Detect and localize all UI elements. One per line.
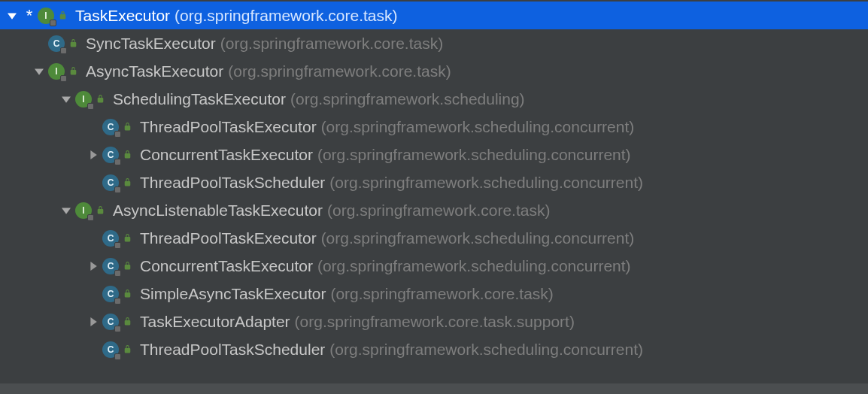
- subclass-overlay-icon: [114, 159, 121, 165]
- subclass-overlay-icon: [114, 326, 121, 332]
- svg-marker-4: [62, 208, 71, 214]
- lock-icon: [120, 233, 134, 243]
- chevron-down-icon[interactable]: [59, 95, 74, 104]
- type-letter: I: [82, 94, 84, 105]
- tree-row-thread-pool-task-scheduler-1[interactable]: CThreadPoolTaskScheduler(org.springframe…: [0, 168, 868, 196]
- tree-row-task-executor-adapter[interactable]: CTaskExecutorAdapter(org.springframework…: [0, 308, 868, 335]
- lock-icon: [120, 344, 134, 354]
- svg-marker-0: [8, 13, 17, 19]
- svg-marker-3: [90, 150, 96, 159]
- lock-icon: [93, 94, 107, 104]
- interface-icon: I: [75, 91, 92, 108]
- class-icon: C: [102, 286, 119, 302]
- type-letter: I: [82, 205, 84, 216]
- class-icon: C: [102, 314, 119, 330]
- package-label: (org.springframework.core.task): [175, 7, 397, 25]
- class-icon: C: [48, 35, 65, 52]
- svg-marker-5: [90, 262, 96, 271]
- chevron-down-icon[interactable]: [5, 11, 20, 20]
- package-label: (org.springframework.core.task): [330, 285, 553, 303]
- svg-marker-6: [90, 317, 96, 326]
- tree-row-thread-pool-task-executor-2[interactable]: CThreadPoolTaskExecutor(org.springframew…: [0, 224, 868, 252]
- subclass-overlay-icon: [114, 353, 121, 360]
- package-label: (org.springframework.scheduling.concurre…: [321, 229, 635, 247]
- lock-icon: [120, 150, 134, 159]
- class-name: ConcurrentTaskExecutor: [140, 146, 313, 164]
- chevron-right-icon[interactable]: [86, 317, 101, 326]
- type-letter: C: [108, 122, 114, 132]
- package-label: (org.springframework.scheduling.concurre…: [317, 146, 631, 164]
- class-name: ThreadPoolTaskScheduler: [140, 341, 325, 359]
- svg-marker-1: [35, 68, 44, 74]
- type-letter: C: [108, 317, 114, 327]
- chevron-right-icon[interactable]: [86, 150, 101, 159]
- class-name: AsyncTaskExecutor: [86, 62, 223, 80]
- type-letter: C: [53, 38, 60, 49]
- type-letter: C: [108, 261, 114, 271]
- tree-row-concurrent-task-executor-2[interactable]: CConcurrentTaskExecutor(org.springframew…: [0, 252, 868, 280]
- tree-row-scheduling-task-executor[interactable]: ISchedulingTaskExecutor(org.springframew…: [0, 85, 868, 113]
- package-label: (org.springframework.scheduling.concurre…: [329, 174, 643, 192]
- class-icon: C: [102, 230, 119, 247]
- lock-icon: [66, 66, 80, 76]
- tree-row-task-executor[interactable]: *ITaskExecutor(org.springframework.core.…: [0, 2, 868, 29]
- package-label: (org.springframework.scheduling.concurre…: [317, 257, 631, 275]
- package-label: (org.springframework.scheduling.concurre…: [321, 118, 635, 136]
- type-letter: I: [44, 11, 47, 21]
- class-name: ThreadPoolTaskExecutor: [140, 229, 317, 247]
- type-letter: C: [108, 177, 114, 188]
- subclass-overlay-icon: [87, 214, 94, 221]
- tree-row-async-task-executor[interactable]: IAsyncTaskExecutor(org.springframework.c…: [0, 57, 868, 85]
- class-name: ThreadPoolTaskScheduler: [140, 174, 325, 192]
- current-marker-icon: *: [21, 6, 38, 26]
- class-icon: C: [102, 147, 119, 163]
- subclass-overlay-icon: [50, 20, 56, 26]
- lock-icon: [120, 177, 134, 187]
- package-label: (org.springframework.scheduling): [290, 90, 525, 108]
- interface-icon: I: [38, 8, 54, 24]
- lock-icon: [66, 38, 80, 48]
- class-icon: C: [102, 119, 119, 135]
- type-letter: C: [108, 233, 114, 244]
- lock-icon: [120, 289, 134, 299]
- type-letter: C: [108, 150, 114, 160]
- lock-icon: [93, 205, 107, 215]
- lock-icon: [120, 261, 134, 271]
- package-label: (org.springframework.core.task.support): [295, 313, 575, 331]
- subclass-overlay-icon: [60, 47, 67, 54]
- class-name: ThreadPoolTaskExecutor: [140, 118, 317, 136]
- interface-icon: I: [48, 63, 65, 80]
- subclass-overlay-icon: [60, 75, 67, 82]
- lock-icon: [120, 317, 134, 326]
- package-label: (org.springframework.core.task): [327, 202, 550, 220]
- horizontal-scrollbar[interactable]: [0, 383, 868, 394]
- chevron-down-icon[interactable]: [59, 206, 74, 215]
- class-icon: C: [102, 341, 119, 358]
- tree-row-thread-pool-task-scheduler-2[interactable]: CThreadPoolTaskScheduler(org.springframe…: [0, 335, 868, 363]
- package-label: (org.springframework.core.task): [220, 35, 443, 53]
- package-label: (org.springframework.core.task): [228, 62, 451, 80]
- package-label: (org.springframework.scheduling.concurre…: [329, 341, 643, 359]
- class-name: TaskExecutor: [75, 7, 170, 25]
- chevron-right-icon[interactable]: [86, 262, 101, 271]
- lock-icon: [56, 11, 69, 20]
- class-icon: C: [102, 174, 119, 191]
- tree-row-concurrent-task-executor-1[interactable]: CConcurrentTaskExecutor(org.springframew…: [0, 141, 868, 168]
- class-name: SimpleAsyncTaskExecutor: [140, 285, 326, 303]
- class-name: ConcurrentTaskExecutor: [140, 257, 313, 275]
- lock-icon: [120, 122, 134, 132]
- tree-row-thread-pool-task-executor-1[interactable]: CThreadPoolTaskExecutor(org.springframew…: [0, 113, 868, 141]
- type-letter: I: [55, 66, 57, 77]
- subclass-overlay-icon: [114, 131, 121, 138]
- class-name: SchedulingTaskExecutor: [113, 90, 286, 108]
- chevron-down-icon[interactable]: [32, 67, 47, 76]
- tree-row-simple-async-task-executor[interactable]: CSimpleAsyncTaskExecutor(org.springframe…: [0, 280, 868, 308]
- tree-row-async-listenable-task-executor[interactable]: IAsyncListenableTaskExecutor(org.springf…: [0, 196, 868, 224]
- interface-icon: I: [75, 202, 92, 219]
- subclass-overlay-icon: [114, 298, 121, 305]
- tree-row-sync-task-executor[interactable]: CSyncTaskExecutor(org.springframework.co…: [0, 29, 868, 57]
- svg-marker-2: [62, 96, 71, 102]
- subclass-overlay-icon: [114, 186, 121, 193]
- type-letter: C: [108, 289, 114, 299]
- type-letter: C: [108, 344, 114, 355]
